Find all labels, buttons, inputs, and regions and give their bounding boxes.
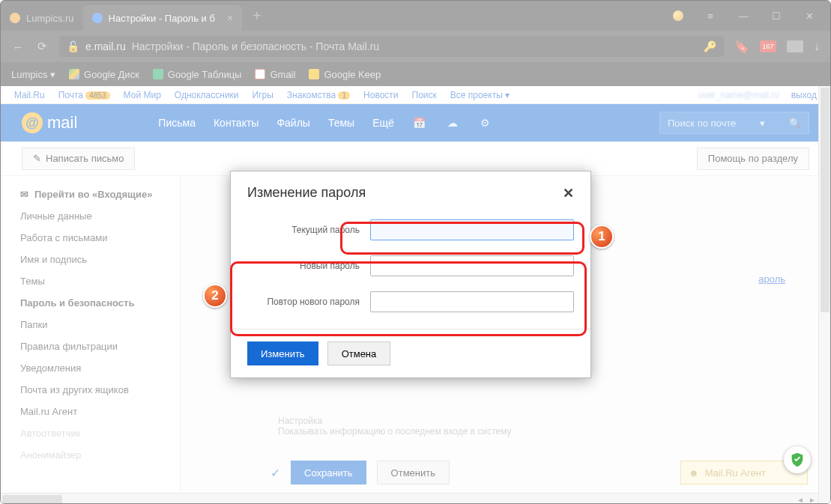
repeat-password-row: Повтор нового пароля (231, 284, 590, 320)
current-password-row: Текущий пароль (231, 212, 590, 248)
modal-title: Изменение пароля (247, 185, 366, 201)
repeat-password-input[interactable] (370, 291, 574, 312)
submit-button[interactable]: Изменить (247, 341, 318, 365)
repeat-password-label: Повтор нового пароля (247, 297, 360, 307)
current-password-input[interactable] (370, 219, 574, 240)
marker-2: 2 (203, 284, 227, 308)
new-password-row: Новый пароль (231, 248, 590, 284)
modal-footer: Изменить Отмена (231, 329, 590, 377)
adguard-icon[interactable] (784, 446, 811, 473)
new-password-input[interactable] (370, 255, 574, 276)
modal-close-button[interactable]: ✕ (563, 185, 574, 201)
current-password-label: Текущий пароль (247, 225, 360, 235)
change-password-modal: Изменение пароля ✕ Текущий пароль Новый … (230, 171, 591, 378)
new-password-label: Новый пароль (247, 261, 360, 271)
marker-1: 1 (590, 225, 614, 249)
modal-cancel-button[interactable]: Отмена (327, 341, 391, 365)
